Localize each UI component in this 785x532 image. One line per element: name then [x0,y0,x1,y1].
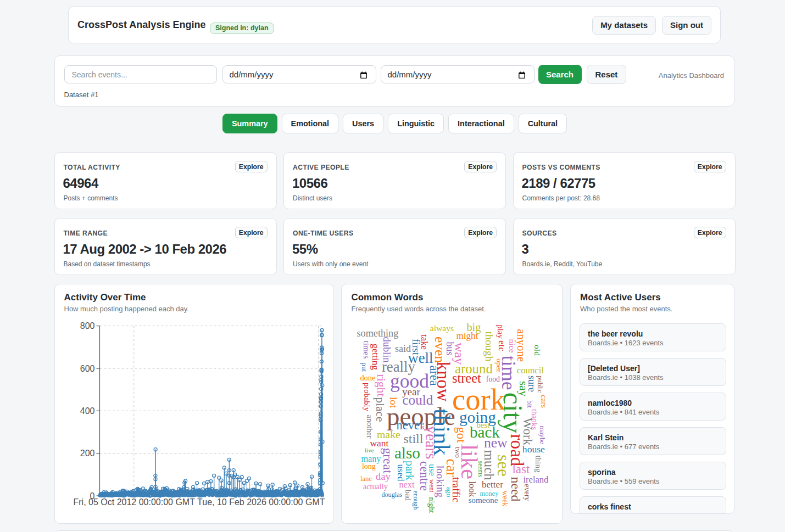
svg-text:800: 800 [80,321,94,331]
svg-text:200: 200 [80,449,94,458]
svg-text:Tue, 10 Feb 2026 00:00:00 GMT: Tue, 10 Feb 2026 00:00:00 GMT [197,497,325,507]
svg-text:600: 600 [80,364,94,373]
svg-text:400: 400 [80,406,94,416]
svg-text:Fri, 05 Oct 2012 00:00:00 GMT: Fri, 05 Oct 2012 00:00:00 GMT [73,497,195,507]
